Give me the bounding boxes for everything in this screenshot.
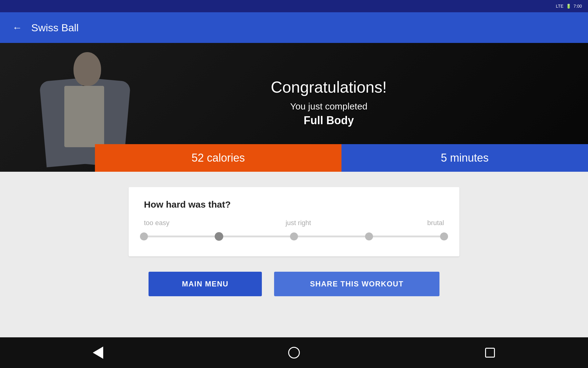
congratulations-text: Congratulations! [271, 78, 387, 96]
home-circle-icon [288, 347, 300, 358]
hero-section: Congratulations! You just completed Full… [0, 43, 588, 172]
slider-dot-100 [440, 232, 448, 240]
difficulty-slider[interactable] [144, 232, 444, 241]
clock: 7:00 [574, 4, 582, 9]
difficulty-labels: too easy just right brutal [144, 219, 444, 227]
recents-square-icon [485, 348, 495, 358]
slider-dot-75 [365, 232, 373, 240]
app-bar: ← Swiss Ball [0, 12, 588, 43]
completed-label: You just completed [271, 101, 387, 112]
status-bar-right: LTE 🔋 7:00 [556, 4, 582, 9]
main-menu-button[interactable]: MAIN MENU [149, 272, 262, 296]
calories-stat: 52 calories [95, 144, 341, 172]
difficulty-question: How hard was that? [144, 199, 444, 210]
nav-recents-button[interactable] [481, 343, 499, 362]
stats-bar: 52 calories 5 minutes [95, 144, 588, 172]
slider-dot-25 [215, 232, 223, 241]
label-hard: brutal [427, 219, 444, 227]
share-workout-button[interactable]: SHARE THIS WORKOUT [274, 272, 439, 296]
action-buttons: MAIN MENU SHARE THIS WORKOUT [149, 272, 439, 296]
back-triangle-icon [93, 347, 103, 359]
slider-dot-50 [290, 232, 298, 240]
bottom-nav [0, 337, 588, 368]
minutes-stat: 5 minutes [341, 144, 588, 172]
status-bar: LTE 🔋 7:00 [0, 0, 588, 12]
hero-text: Congratulations! You just completed Full… [271, 78, 387, 127]
app-title: Swiss Ball [31, 22, 79, 34]
label-easy: too easy [144, 219, 169, 227]
battery-icon: 🔋 [566, 4, 571, 9]
nav-back-button[interactable] [89, 343, 107, 362]
label-middle: just right [285, 219, 311, 227]
signal-icon: LTE [556, 4, 564, 9]
nav-home-button[interactable] [285, 343, 303, 362]
main-content: How hard was that? too easy just right b… [0, 172, 588, 337]
slider-dot-0 [140, 232, 148, 240]
slider-track [144, 236, 444, 237]
back-button[interactable]: ← [12, 22, 22, 33]
workout-name: Full Body [271, 114, 387, 127]
difficulty-card: How hard was that? too easy just right b… [129, 187, 459, 256]
